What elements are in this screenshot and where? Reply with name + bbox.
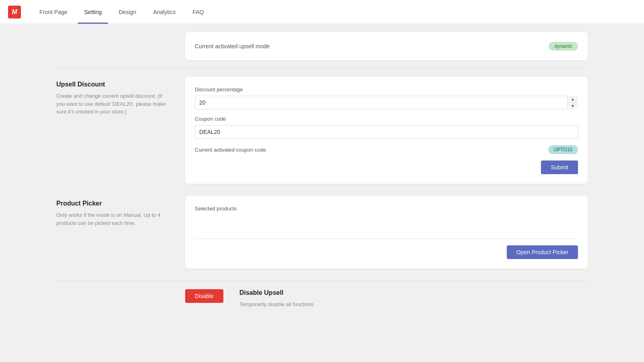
discount-percentage-group: ▲ ▼ bbox=[195, 96, 578, 109]
main-nav: Front Page Setting Design Analytics FAQ bbox=[33, 0, 211, 24]
coupon-code-group bbox=[195, 125, 578, 139]
current-coupon-label: Current activated coupon code bbox=[195, 147, 266, 153]
coupon-code-input[interactable] bbox=[195, 125, 578, 139]
nav-item-faq[interactable]: FAQ bbox=[186, 0, 210, 24]
disable-upsell-section: Disable Disable Upsell Temporarily disab… bbox=[56, 289, 588, 309]
coupon-code-label: Coupon code bbox=[195, 116, 578, 122]
current-coupon-badge: UPTO10 bbox=[548, 145, 578, 154]
upsell-mode-label: Current activated upsell mode bbox=[195, 43, 270, 49]
disable-upsell-desc: Temporarily disable all functions. bbox=[239, 300, 315, 309]
disable-upsell-left bbox=[56, 289, 169, 309]
divider-1 bbox=[56, 68, 588, 69]
product-picker-left: Product Picker Only works if the mode is… bbox=[56, 196, 169, 269]
product-picker-right: Selected products Open Product Picker bbox=[185, 196, 588, 269]
spinner-buttons: ▲ ▼ bbox=[567, 96, 578, 109]
nav-item-analytics[interactable]: Analytics bbox=[147, 0, 182, 24]
product-picker-desc: Only works if the mode is on Manual. Up … bbox=[56, 211, 169, 227]
upsell-discount-card: Discount percentage ▲ ▼ Coupon code Curr… bbox=[185, 77, 588, 184]
current-coupon-row: Current activated coupon code UPTO10 bbox=[195, 145, 578, 154]
disable-upsell-content: Disable Disable Upsell Temporarily disab… bbox=[185, 289, 588, 309]
disable-text-col: Disable Upsell Temporarily disable all f… bbox=[239, 289, 315, 309]
submit-btn-row: Submit bbox=[195, 160, 578, 174]
product-picker-title: Product Picker bbox=[56, 200, 169, 207]
product-picker-section: Product Picker Only works if the mode is… bbox=[56, 196, 588, 269]
upsell-mode-badge: dynamic bbox=[549, 42, 578, 51]
spinner-up-btn[interactable]: ▲ bbox=[568, 96, 578, 103]
disable-upsell-title: Disable Upsell bbox=[239, 289, 315, 296]
upsell-discount-section: Upsell Discount Create and change curren… bbox=[56, 77, 588, 184]
page-content: Current activated upsell mode dynamic Up… bbox=[40, 24, 604, 337]
product-picker-card: Selected products Open Product Picker bbox=[185, 196, 588, 269]
app-logo: M bbox=[8, 6, 21, 19]
upsell-mode-card: Current activated upsell mode dynamic bbox=[185, 32, 588, 60]
disable-button[interactable]: Disable bbox=[185, 289, 223, 303]
selected-products-area bbox=[195, 215, 578, 239]
nav-item-design[interactable]: Design bbox=[112, 0, 143, 24]
disable-btn-col: Disable bbox=[185, 289, 223, 309]
header: M Front Page Setting Design Analytics FA… bbox=[0, 0, 644, 24]
divider-2 bbox=[56, 281, 588, 281]
selected-products-label: Selected products bbox=[195, 206, 578, 212]
upsell-discount-title: Upsell Discount bbox=[56, 81, 169, 88]
open-picker-btn-row: Open Product Picker bbox=[195, 245, 578, 259]
nav-item-setting[interactable]: Setting bbox=[78, 0, 108, 24]
submit-button[interactable]: Submit bbox=[541, 160, 578, 174]
open-product-picker-button[interactable]: Open Product Picker bbox=[507, 245, 578, 259]
upsell-discount-desc: Create and change current upsell discoun… bbox=[56, 92, 169, 116]
upsell-discount-left: Upsell Discount Create and change curren… bbox=[56, 77, 169, 184]
spinner-down-btn[interactable]: ▼ bbox=[568, 103, 578, 110]
nav-item-front-page[interactable]: Front Page bbox=[33, 0, 74, 24]
discount-percentage-label: Discount percentage bbox=[195, 86, 578, 93]
upsell-discount-right: Discount percentage ▲ ▼ Coupon code Curr… bbox=[185, 77, 588, 184]
discount-percentage-input[interactable] bbox=[195, 96, 578, 109]
